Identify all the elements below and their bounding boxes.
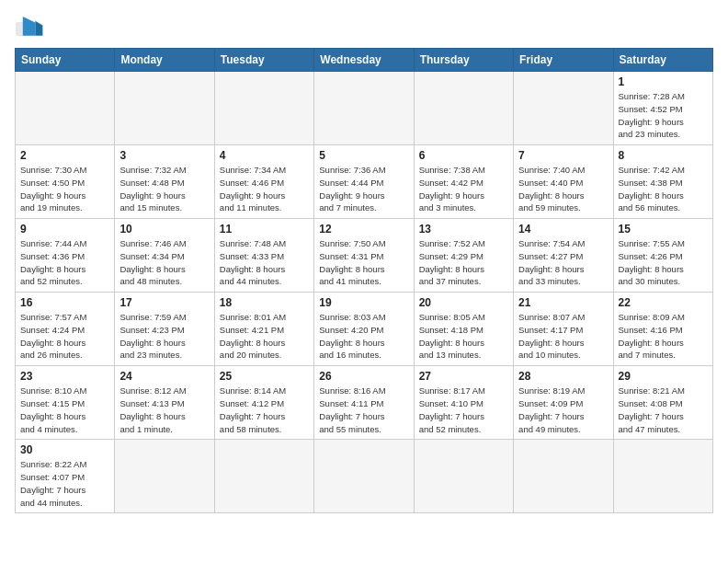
- day-info: Sunrise: 7:32 AMSunset: 4:48 PMDaylight:…: [119, 164, 209, 214]
- calendar-cell: 14Sunrise: 7:54 AMSunset: 4:27 PMDayligh…: [514, 219, 613, 293]
- calendar-cell: 22Sunrise: 8:09 AMSunset: 4:16 PMDayligh…: [613, 293, 712, 366]
- day-number: 30: [20, 443, 109, 456]
- weekday-header: Monday: [115, 49, 214, 72]
- day-info: Sunrise: 7:55 AMSunset: 4:26 PMDaylight:…: [619, 237, 708, 288]
- svg-marker-2: [35, 21, 42, 36]
- day-info: Sunrise: 8:22 AMSunset: 4:07 PMDaylight:…: [20, 458, 109, 509]
- day-number: 2: [20, 149, 109, 162]
- day-info: Sunrise: 7:44 AMSunset: 4:36 PMDaylight:…: [20, 237, 109, 288]
- day-info: Sunrise: 8:17 AMSunset: 4:10 PMDaylight:…: [419, 385, 508, 435]
- calendar-cell: 27Sunrise: 8:17 AMSunset: 4:10 PMDayligh…: [414, 366, 513, 440]
- calendar-cell: [414, 72, 513, 145]
- calendar-cell: 1Sunrise: 7:28 AMSunset: 4:52 PMDaylight…: [613, 72, 712, 145]
- calendar-cell: 28Sunrise: 8:19 AMSunset: 4:09 PMDayligh…: [514, 366, 613, 440]
- day-info: Sunrise: 7:50 AMSunset: 4:31 PMDaylight:…: [319, 237, 408, 288]
- calendar-cell: [314, 72, 414, 145]
- day-number: 17: [119, 296, 209, 309]
- day-info: Sunrise: 8:01 AMSunset: 4:21 PMDaylight:…: [220, 311, 309, 362]
- day-number: 20: [419, 296, 508, 309]
- calendar-cell: 26Sunrise: 8:16 AMSunset: 4:11 PMDayligh…: [314, 366, 414, 440]
- calendar-week-row: 1Sunrise: 7:28 AMSunset: 4:52 PMDaylight…: [16, 72, 713, 145]
- day-info: Sunrise: 7:36 AMSunset: 4:44 PMDaylight:…: [319, 164, 408, 214]
- day-info: Sunrise: 7:40 AMSunset: 4:40 PMDaylight:…: [518, 164, 608, 214]
- calendar-cell: 16Sunrise: 7:57 AMSunset: 4:24 PMDayligh…: [16, 293, 115, 366]
- day-info: Sunrise: 7:34 AMSunset: 4:46 PMDaylight:…: [220, 164, 309, 214]
- calendar-cell: [115, 72, 214, 145]
- day-number: 19: [319, 296, 408, 309]
- day-number: 13: [419, 223, 508, 236]
- calendar-cell: [314, 440, 414, 513]
- page-header: [15, 15, 713, 40]
- day-info: Sunrise: 7:42 AMSunset: 4:38 PMDaylight:…: [619, 164, 708, 214]
- day-number: 5: [319, 149, 408, 162]
- calendar-cell: 29Sunrise: 8:21 AMSunset: 4:08 PMDayligh…: [613, 366, 712, 440]
- day-number: 28: [518, 370, 608, 383]
- day-info: Sunrise: 8:21 AMSunset: 4:08 PMDaylight:…: [619, 385, 708, 435]
- calendar-cell: 2Sunrise: 7:30 AMSunset: 4:50 PMDaylight…: [16, 145, 115, 219]
- day-info: Sunrise: 8:10 AMSunset: 4:15 PMDaylight:…: [20, 385, 109, 435]
- calendar-cell: 13Sunrise: 7:52 AMSunset: 4:29 PMDayligh…: [414, 219, 513, 293]
- day-info: Sunrise: 8:05 AMSunset: 4:18 PMDaylight:…: [419, 311, 508, 362]
- day-number: 11: [220, 223, 309, 236]
- day-info: Sunrise: 8:16 AMSunset: 4:11 PMDaylight:…: [319, 385, 408, 435]
- day-number: 29: [619, 370, 708, 383]
- day-number: 21: [518, 296, 608, 309]
- day-number: 12: [319, 223, 408, 236]
- calendar-cell: 7Sunrise: 7:40 AMSunset: 4:40 PMDaylight…: [514, 145, 613, 219]
- day-info: Sunrise: 8:14 AMSunset: 4:12 PMDaylight:…: [220, 385, 309, 435]
- weekday-header-row: SundayMondayTuesdayWednesdayThursdayFrid…: [16, 49, 713, 72]
- calendar-cell: [115, 440, 214, 513]
- day-number: 7: [518, 149, 608, 162]
- calendar-cell: [613, 440, 712, 513]
- day-number: 22: [619, 296, 708, 309]
- calendar-cell: 23Sunrise: 8:10 AMSunset: 4:15 PMDayligh…: [16, 366, 115, 440]
- calendar-week-row: 16Sunrise: 7:57 AMSunset: 4:24 PMDayligh…: [16, 293, 713, 366]
- day-number: 4: [220, 149, 309, 162]
- day-info: Sunrise: 7:30 AMSunset: 4:50 PMDaylight:…: [20, 164, 109, 214]
- calendar-cell: [514, 440, 613, 513]
- calendar-cell: 4Sunrise: 7:34 AMSunset: 4:46 PMDaylight…: [214, 145, 313, 219]
- day-info: Sunrise: 7:52 AMSunset: 4:29 PMDaylight:…: [419, 237, 508, 288]
- calendar-week-row: 2Sunrise: 7:30 AMSunset: 4:50 PMDaylight…: [16, 145, 713, 219]
- day-number: 27: [419, 370, 508, 383]
- day-number: 16: [20, 296, 109, 309]
- weekday-header: Sunday: [16, 49, 115, 72]
- weekday-header: Thursday: [414, 49, 513, 72]
- day-number: 14: [518, 223, 608, 236]
- svg-marker-1: [23, 17, 36, 36]
- calendar-cell: [214, 72, 313, 145]
- calendar-cell: [214, 440, 313, 513]
- calendar-cell: 15Sunrise: 7:55 AMSunset: 4:26 PMDayligh…: [613, 219, 712, 293]
- day-number: 18: [220, 296, 309, 309]
- calendar-cell: [16, 72, 115, 145]
- day-info: Sunrise: 8:19 AMSunset: 4:09 PMDaylight:…: [518, 385, 608, 435]
- day-number: 9: [20, 223, 109, 236]
- day-info: Sunrise: 8:12 AMSunset: 4:13 PMDaylight:…: [119, 385, 209, 435]
- calendar-cell: 18Sunrise: 8:01 AMSunset: 4:21 PMDayligh…: [214, 293, 313, 366]
- weekday-header: Saturday: [613, 49, 712, 72]
- day-info: Sunrise: 7:54 AMSunset: 4:27 PMDaylight:…: [518, 237, 608, 288]
- day-info: Sunrise: 8:03 AMSunset: 4:20 PMDaylight:…: [319, 311, 408, 362]
- day-info: Sunrise: 8:07 AMSunset: 4:17 PMDaylight:…: [518, 311, 608, 362]
- calendar-cell: 5Sunrise: 7:36 AMSunset: 4:44 PMDaylight…: [314, 145, 414, 219]
- calendar-cell: 8Sunrise: 7:42 AMSunset: 4:38 PMDaylight…: [613, 145, 712, 219]
- calendar-cell: 3Sunrise: 7:32 AMSunset: 4:48 PMDaylight…: [115, 145, 214, 219]
- day-info: Sunrise: 7:38 AMSunset: 4:42 PMDaylight:…: [419, 164, 508, 214]
- weekday-header: Friday: [514, 49, 613, 72]
- calendar-cell: [414, 440, 513, 513]
- weekday-header: Tuesday: [214, 49, 313, 72]
- logo-icon: [15, 15, 44, 40]
- weekday-header: Wednesday: [314, 49, 414, 72]
- calendar-week-row: 30Sunrise: 8:22 AMSunset: 4:07 PMDayligh…: [16, 440, 713, 513]
- calendar-cell: 20Sunrise: 8:05 AMSunset: 4:18 PMDayligh…: [414, 293, 513, 366]
- day-number: 10: [119, 223, 209, 236]
- calendar-week-row: 23Sunrise: 8:10 AMSunset: 4:15 PMDayligh…: [16, 366, 713, 440]
- calendar-cell: 21Sunrise: 8:07 AMSunset: 4:17 PMDayligh…: [514, 293, 613, 366]
- day-info: Sunrise: 8:09 AMSunset: 4:16 PMDaylight:…: [619, 311, 708, 362]
- calendar-cell: 17Sunrise: 7:59 AMSunset: 4:23 PMDayligh…: [115, 293, 214, 366]
- calendar-cell: 9Sunrise: 7:44 AMSunset: 4:36 PMDaylight…: [16, 219, 115, 293]
- day-number: 6: [419, 149, 508, 162]
- day-number: 3: [119, 149, 209, 162]
- calendar-cell: [514, 72, 613, 145]
- day-number: 25: [220, 370, 309, 383]
